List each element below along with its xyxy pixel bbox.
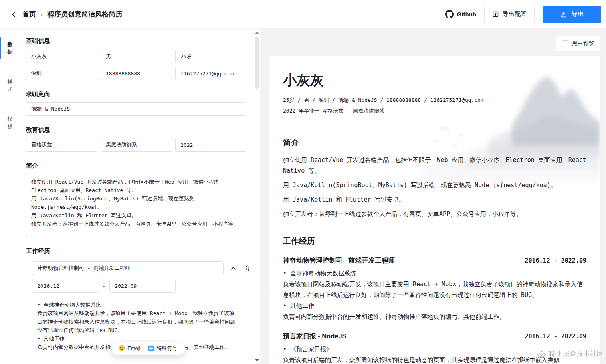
rail-item-data-label: 数据	[7, 40, 13, 56]
emoji-button[interactable]: Emoji	[118, 345, 141, 352]
github-icon	[445, 10, 454, 18]
work-job-title-input[interactable]	[32, 261, 224, 275]
job-intent-input[interactable]	[26, 102, 246, 116]
scroll-down-arrow-icon[interactable]	[255, 359, 259, 362]
bw-preview-toggle[interactable]: 黑白预览	[556, 36, 600, 51]
education-title: 教育信息	[26, 126, 254, 134]
app-header: 首页 / 程序员创意简洁风格简历 Github 导出配置 导出	[0, 0, 606, 29]
resume-work-entry-period: 2016.12 - 2022.09	[525, 257, 586, 264]
scrollbar-thumb[interactable]	[255, 37, 259, 89]
date-range-separator: -	[103, 283, 105, 289]
name-input[interactable]	[26, 50, 97, 63]
export-label: 导出	[571, 10, 584, 18]
export-config-icon	[492, 11, 499, 18]
breadcrumb-home[interactable]: 首页	[22, 10, 36, 19]
resume-work-entry-line: • 《预言家日报》	[283, 344, 586, 355]
resume-intro-paragraph: 独立使用 React/Vue 开发过各端产品，包括但不限于：Web 应用、微信小…	[283, 155, 586, 176]
resume-intro-heading: 简介	[283, 137, 586, 148]
chevron-up-icon	[230, 265, 237, 272]
resume-intro-paragraph: 用 Java/Kotlin 和 Flutter 写过安卓。	[283, 194, 586, 205]
chevron-left-icon	[10, 11, 18, 18]
resume-work-heading: 工作经历	[283, 236, 586, 247]
email-input[interactable]	[175, 67, 246, 80]
export-button[interactable]: 导出	[543, 6, 601, 23]
breadcrumb-separator: /	[41, 11, 42, 18]
phone-input[interactable]	[101, 67, 172, 80]
work-start-input[interactable]	[32, 279, 98, 293]
trash-icon	[244, 265, 251, 272]
resume-work-entry-line: 负责该项目网站及移动端开发，该项目主要使用 React + Mobx，我独立负责…	[283, 279, 586, 301]
text-insert-toolbar: Emoji 特殊符号	[111, 341, 185, 355]
export-config-label: 导出配置	[503, 10, 527, 18]
special-symbol-button[interactable]: 特殊符号	[148, 345, 178, 352]
rail-item-style[interactable]: 样式	[0, 75, 20, 95]
bw-preview-checkbox[interactable]	[562, 40, 568, 47]
rail-item-template[interactable]: 模板	[0, 113, 20, 133]
work-date-row: -	[32, 279, 252, 293]
job-intent-title: 求职意向	[26, 91, 254, 98]
special-symbol-label: 特殊符号	[157, 345, 178, 352]
delete-entry-button[interactable]	[243, 264, 252, 273]
basic-row-1	[26, 50, 246, 63]
intro-title: 简介	[26, 162, 254, 170]
bw-preview-label: 黑白预览	[572, 40, 594, 47]
scroll-up-arrow-icon[interactable]	[255, 31, 259, 34]
github-link[interactable]: Github	[445, 10, 476, 18]
main-layout: 数据 样式 模板 基础信息 求职意向 教育信息 简介 独立使用	[0, 29, 606, 364]
form-scrollbar[interactable]	[254, 29, 260, 364]
export-icon	[560, 11, 567, 18]
intro-textarea[interactable]: 独立使用 React/Vue 开发过各端产品，包括但不限于：Web 应用、微信小…	[26, 174, 246, 237]
age-input[interactable]	[175, 50, 246, 63]
collapse-button[interactable]	[229, 264, 238, 273]
preview-panel: 黑白预览	[260, 29, 606, 364]
emoji-icon	[118, 345, 125, 352]
resume-work-entry-title: 神奇动物管理控制司 - 前端开发工程师	[283, 256, 395, 265]
resume-info-line: 25岁 / 男 / 深圳 / 前端 & NodeJS / 18888888888…	[283, 97, 586, 104]
nav-rail: 数据 样式 模板	[0, 29, 20, 364]
basic-row-2	[26, 67, 246, 80]
resume-name: 小灰灰	[283, 71, 586, 90]
rail-item-template-label: 模板	[7, 115, 13, 130]
resume-work-entry-header: 预言家日报 - NodeJS 2016.12 - 2022.09	[283, 332, 586, 341]
resume-work-entry-period: 2016.12 - 2022.09	[525, 333, 586, 340]
major-input[interactable]	[101, 138, 172, 152]
gender-input[interactable]	[101, 50, 172, 63]
resume-intro-paragraph: 独立开发者：从零到一上线过多款个人产品，有网页、安卓APP、公众号应用，小程序等…	[283, 209, 586, 220]
resume-work-entry-header: 神奇动物管理控制司 - 前端开发工程师 2016.12 - 2022.09	[283, 256, 586, 265]
rail-item-data[interactable]: 数据	[0, 38, 20, 58]
resume-work-entry-line: • 其他工作	[283, 301, 586, 311]
resume-edu-line: 2022 年毕业于 霍格沃兹 - 黑魔法防御系	[283, 107, 586, 115]
breadcrumb: 首页 / 程序员创意简洁风格简历	[10, 10, 122, 19]
work-title: 工作经历	[26, 247, 254, 255]
work-title-row	[32, 261, 252, 275]
special-symbol-icon	[148, 345, 154, 352]
back-button[interactable]	[10, 11, 18, 18]
emoji-label: Emoji	[127, 345, 141, 351]
page-title: 程序员创意简洁风格简历	[47, 10, 122, 19]
resume-intro-paragraph: 用 Java/Kotlin(SpringBoot、MyBatis) 写过后端，现…	[283, 180, 586, 191]
header-actions: Github 导出配置 导出	[445, 6, 601, 23]
resume-work-entry-title: 预言家日报 - NodeJS	[283, 332, 347, 341]
form-panel: 基础信息 求职意向 教育信息 简介 独立使用 React/Vue 开发过各端产品…	[20, 29, 254, 364]
resume-work-entry-line: 负责该项目后端的开发，众所周知该报纸的特色是动态的页面，其实现原理是通过魔法在报…	[283, 355, 586, 364]
city-input[interactable]	[26, 67, 97, 80]
school-input[interactable]	[26, 138, 97, 152]
resume-paper: 小灰灰 25岁 / 男 / 深圳 / 前端 & NodeJS / 1888888…	[269, 56, 600, 364]
github-label: Github	[457, 11, 476, 18]
education-row	[26, 138, 246, 152]
resume-work-entry-line: • 全球神奇动物大数据系统	[283, 268, 586, 279]
grad-year-input[interactable]	[175, 138, 246, 152]
basic-info-title: 基础信息	[26, 37, 254, 45]
work-end-input[interactable]	[109, 279, 176, 293]
rail-item-style-label: 样式	[7, 78, 13, 93]
resume-work-entry-line: 负责司内部分数据中台的开发和运维、神奇动物推广落地页的编写、其他前端工作。	[283, 311, 586, 322]
export-config-button[interactable]: 导出配置	[484, 6, 535, 23]
